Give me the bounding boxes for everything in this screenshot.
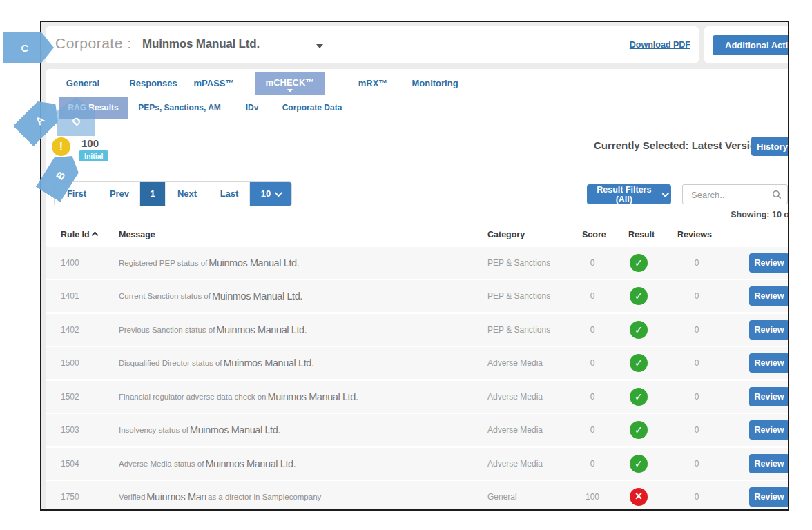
pass-check-icon: ✓: [630, 287, 648, 305]
review-button[interactable]: Review: [749, 387, 789, 406]
column-header-message[interactable]: Message: [119, 230, 155, 239]
message-entity: Muinmos Manual Ltd.: [209, 257, 299, 268]
message-entity: Muinmos Manual Ltd.: [216, 324, 307, 335]
message-entity: Muinmos Manual Ltd.: [268, 391, 358, 402]
message-text: Insolvency status of: [119, 426, 188, 434]
message-entity: Muinmos Manual Ltd.: [205, 458, 296, 469]
review-button[interactable]: Review: [749, 353, 789, 373]
currently-selected-label: Currently Selected: Latest Version: [594, 139, 762, 151]
fail-x-icon: ×: [630, 488, 648, 506]
search-input[interactable]: [690, 186, 774, 204]
table-row: 1500 Disqualified Director status of Mui…: [46, 347, 789, 379]
result-filters-dropdown-button[interactable]: Result Filters (All): [587, 184, 671, 204]
active-tab-caret-icon: [287, 89, 293, 92]
column-header-reviews[interactable]: Reviews: [677, 230, 712, 239]
subtab-corporate-data[interactable]: Corporate Data: [282, 97, 342, 119]
score-cell: 0: [582, 347, 603, 379]
pass-check-icon: ✓: [630, 455, 648, 473]
result-cell: ✓: [630, 381, 648, 413]
tab-mcheck[interactable]: mCHECK™: [255, 72, 325, 95]
app-frame: Corporate : Muinmos Manual Ltd. Download…: [40, 21, 789, 511]
tab-general[interactable]: General: [66, 72, 99, 95]
pass-check-icon: ✓: [630, 388, 648, 406]
category-cell: Adverse Media: [487, 448, 543, 480]
table-row: 1503 Insolvency status of Muinmos Manual…: [46, 414, 789, 446]
reviews-cell: 0: [686, 247, 707, 279]
message-cell: Adverse Media status of Muinmos Manual L…: [119, 448, 297, 480]
rule-id-cell: 1503: [61, 414, 79, 446]
subtab-idv[interactable]: IDv: [246, 97, 259, 119]
tab-monitoring[interactable]: Monitoring: [412, 72, 458, 95]
message-cell: Registered PEP status of Muinmos Manual …: [119, 247, 300, 279]
download-pdf-link[interactable]: Download PDF: [630, 40, 690, 50]
subtab-peps-sanctions-am[interactable]: PEPs, Sanctions, AM: [138, 97, 221, 119]
category-cell: Adverse Media: [487, 347, 543, 379]
history-dropdown-button[interactable]: History: [751, 137, 789, 156]
message-text: Registered PEP status of: [119, 259, 207, 267]
message-cell: Verified Muinmos Man as a director in Sa…: [119, 481, 321, 511]
pagination-current-page[interactable]: 1: [140, 182, 166, 206]
page-size-value: 10: [261, 182, 271, 206]
history-label: History: [757, 141, 788, 152]
message-text: Previous Sanction status of: [119, 326, 215, 334]
column-header-category[interactable]: Category: [487, 230, 525, 239]
tab-mpass[interactable]: mPASS™: [194, 72, 235, 95]
actions-card: Additional Actions: [704, 26, 789, 63]
table-row: 1504 Adverse Media status of Muinmos Man…: [46, 448, 789, 480]
pass-check-icon: ✓: [630, 254, 648, 272]
reviews-cell: 0: [686, 381, 707, 413]
annotation-marker-d-label: D: [69, 114, 83, 128]
reviews-cell: 0: [686, 347, 707, 379]
tab-mrx[interactable]: mRX™: [358, 72, 388, 95]
table-row: 1750 Verified Muinmos Man as a director …: [46, 481, 789, 511]
rule-id-cell: 1500: [61, 347, 79, 379]
column-header-rule-id[interactable]: Rule Id: [61, 230, 97, 239]
reviews-cell: 0: [686, 314, 707, 346]
rule-id-cell: 1401: [61, 280, 79, 312]
pagination-next-button[interactable]: Next: [166, 182, 209, 206]
chevron-down-icon: [275, 189, 282, 197]
table-row: 1502 Financial regulator adverse data ch…: [46, 381, 789, 413]
message-cell: Current Sanction status of Muinmos Manua…: [119, 280, 304, 312]
entity-header-card: Corporate : Muinmos Manual Ltd. Download…: [46, 26, 699, 63]
rule-id-cell: 1502: [61, 381, 79, 413]
review-button[interactable]: Review: [749, 454, 789, 473]
message-cell: Insolvency status of Muinmos Manual Ltd.: [119, 414, 282, 446]
pass-check-icon: ✓: [630, 421, 648, 439]
chevron-down-icon: [661, 190, 669, 197]
entity-dropdown-caret-icon[interactable]: [316, 44, 323, 48]
score-cell: 100: [582, 481, 603, 511]
message-cell: Financial regulator adverse data check o…: [119, 381, 360, 413]
result-filters-label: Result Filters (All): [591, 185, 657, 204]
rule-id-cell: 1750: [61, 481, 79, 511]
message-suffix: as a director in Samplecompany: [208, 493, 321, 501]
review-button[interactable]: Review: [749, 286, 789, 306]
sort-ascending-icon: [91, 232, 98, 239]
page-size-dropdown[interactable]: 10: [250, 182, 291, 206]
search-box: [682, 184, 788, 204]
column-header-score[interactable]: Score: [582, 230, 606, 239]
pagination-last-button[interactable]: Last: [209, 182, 250, 206]
reviews-cell: 0: [686, 481, 707, 511]
review-button[interactable]: Review: [749, 487, 789, 507]
score-cell: 0: [582, 280, 603, 312]
pagination-prev-button[interactable]: Prev: [99, 182, 140, 206]
additional-actions-button[interactable]: Additional Actions: [713, 35, 789, 55]
score-cell: 0: [582, 381, 603, 413]
message-entity: Muinmos Manual Ltd.: [212, 291, 302, 302]
message-entity: Muinmos Manual Ltd.: [190, 424, 280, 435]
search-icon[interactable]: [772, 190, 782, 199]
reviews-cell: 0: [686, 448, 707, 480]
screenshot-page: Corporate : Muinmos Manual Ltd. Download…: [0, 0, 812, 530]
tab-responses[interactable]: Responses: [129, 72, 177, 95]
category-cell: PEP & Sanctions: [487, 247, 550, 279]
column-header-result[interactable]: Result: [628, 230, 655, 239]
category-cell: PEP & Sanctions: [487, 314, 550, 346]
status-badge: Initial: [79, 150, 108, 161]
score-cell: 0: [582, 314, 603, 346]
review-button[interactable]: Review: [749, 253, 789, 273]
review-button[interactable]: Review: [749, 420, 789, 440]
entity-name: Muinmos Manual Ltd.: [142, 37, 260, 51]
message-cell: Disqualified Director status of Muinmos …: [119, 347, 316, 379]
review-button[interactable]: Review: [749, 320, 789, 340]
